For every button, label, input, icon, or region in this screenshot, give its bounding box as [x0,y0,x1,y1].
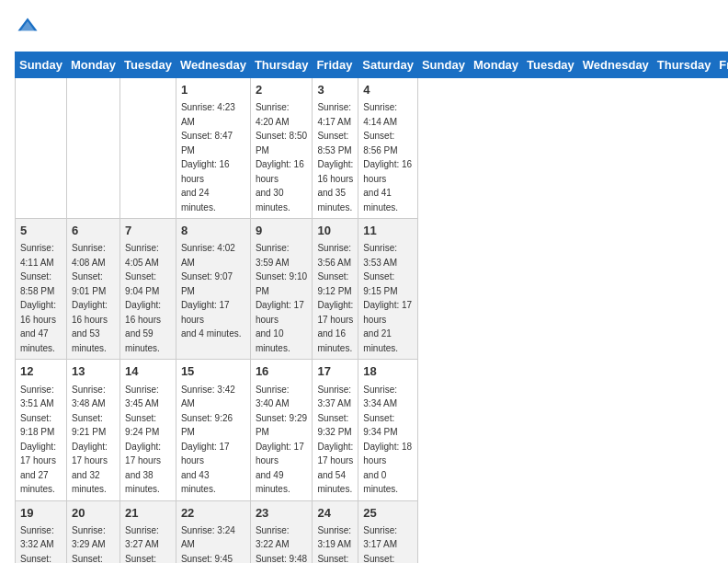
calendar-cell: 15Sunrise: 3:42 AM Sunset: 9:26 PM Dayli… [176,360,250,500]
day-info: Sunrise: 3:56 AM Sunset: 9:12 PM Dayligh… [317,243,353,353]
day-number: 9 [256,223,308,239]
day-info: Sunrise: 3:51 AM Sunset: 9:18 PM Dayligh… [20,385,56,495]
day-of-week-header: Tuesday [523,52,579,78]
day-info: Sunrise: 3:45 AM Sunset: 9:24 PM Dayligh… [125,385,161,495]
day-number: 22 [181,505,245,522]
day-of-week-header: Monday [469,52,522,78]
day-number: 19 [20,505,62,522]
calendar-cell: 8Sunrise: 4:02 AM Sunset: 9:07 PM Daylig… [176,219,250,360]
calendar-week-row: 19Sunrise: 3:32 AM Sunset: 9:37 PM Dayli… [16,500,729,563]
calendar-week-row: 1Sunrise: 4:23 AM Sunset: 8:47 PM Daylig… [16,78,729,219]
day-number: 18 [363,363,413,380]
calendar-cell: 1Sunrise: 4:23 AM Sunset: 8:47 PM Daylig… [176,78,250,219]
day-number: 15 [181,363,245,380]
day-info: Sunrise: 4:14 AM Sunset: 8:56 PM Dayligh… [363,102,412,213]
day-of-week-header: Thursday [250,52,313,78]
day-of-week-header: Friday [313,52,358,78]
day-info: Sunrise: 4:05 AM Sunset: 9:04 PM Dayligh… [125,243,161,353]
calendar-cell: 20Sunrise: 3:29 AM Sunset: 9:40 PM Dayli… [66,500,119,563]
day-of-week-header: Saturday [358,52,418,78]
logo-icon [15,15,40,40]
day-info: Sunrise: 3:34 AM Sunset: 9:34 PM Dayligh… [363,385,412,495]
calendar-cell: 12Sunrise: 3:51 AM Sunset: 9:18 PM Dayli… [16,360,67,500]
day-number: 21 [125,505,171,522]
calendar-cell: 10Sunrise: 3:56 AM Sunset: 9:12 PM Dayli… [313,219,358,360]
day-number: 25 [363,505,413,522]
day-number: 2 [256,82,308,98]
day-number: 1 [181,82,245,98]
calendar-cell: 9Sunrise: 3:59 AM Sunset: 9:10 PM Daylig… [250,219,313,360]
day-info: Sunrise: 4:17 AM Sunset: 8:53 PM Dayligh… [317,102,353,213]
day-info: Sunrise: 3:40 AM Sunset: 9:29 PM Dayligh… [256,385,307,495]
day-number: 4 [363,82,413,98]
calendar-cell: 5Sunrise: 4:11 AM Sunset: 8:58 PM Daylig… [16,219,67,360]
day-number: 14 [125,363,171,380]
calendar-cell: 19Sunrise: 3:32 AM Sunset: 9:37 PM Dayli… [16,500,67,563]
calendar-cell: 25Sunrise: 3:17 AM Sunset: 9:53 PM Dayli… [358,500,418,563]
day-of-week-header: Wednesday [578,52,653,78]
day-number: 11 [363,223,413,239]
calendar-cell: 17Sunrise: 3:37 AM Sunset: 9:32 PM Dayli… [313,360,358,500]
day-number: 7 [125,223,171,239]
calendar-week-row: 12Sunrise: 3:51 AM Sunset: 9:18 PM Dayli… [16,360,729,500]
day-number: 23 [256,505,308,522]
day-info: Sunrise: 3:37 AM Sunset: 9:32 PM Dayligh… [317,385,353,495]
calendar-cell: 7Sunrise: 4:05 AM Sunset: 9:04 PM Daylig… [120,219,176,360]
calendar-cell: 14Sunrise: 3:45 AM Sunset: 9:24 PM Dayli… [120,360,176,500]
day-info: Sunrise: 4:08 AM Sunset: 9:01 PM Dayligh… [72,243,108,353]
calendar-cell: 6Sunrise: 4:08 AM Sunset: 9:01 PM Daylig… [66,219,119,360]
calendar-cell: 18Sunrise: 3:34 AM Sunset: 9:34 PM Dayli… [358,360,418,500]
calendar-table: SundayMondayTuesdayWednesdayThursdayFrid… [15,52,728,563]
calendar-cell [66,78,119,219]
calendar-cell: 3Sunrise: 4:17 AM Sunset: 8:53 PM Daylig… [313,78,358,219]
logo [15,15,44,40]
day-info: Sunrise: 3:17 AM Sunset: 9:53 PM Dayligh… [363,525,412,563]
day-number: 24 [317,505,353,522]
calendar-cell: 4Sunrise: 4:14 AM Sunset: 8:56 PM Daylig… [358,78,418,219]
calendar-cell: 23Sunrise: 3:22 AM Sunset: 9:48 PM Dayli… [250,500,313,563]
day-number: 3 [317,82,353,98]
day-info: Sunrise: 3:42 AM Sunset: 9:26 PM Dayligh… [181,385,235,495]
day-of-week-header: Thursday [653,52,715,78]
day-info: Sunrise: 4:23 AM Sunset: 8:47 PM Dayligh… [181,102,235,213]
day-info: Sunrise: 3:59 AM Sunset: 9:10 PM Dayligh… [256,243,307,353]
day-info: Sunrise: 3:29 AM Sunset: 9:40 PM Dayligh… [72,525,108,563]
day-info: Sunrise: 3:53 AM Sunset: 9:15 PM Dayligh… [363,243,412,353]
day-info: Sunrise: 3:48 AM Sunset: 9:21 PM Dayligh… [72,385,108,495]
day-info: Sunrise: 3:27 AM Sunset: 9:42 PM Dayligh… [125,525,161,563]
day-info: Sunrise: 4:20 AM Sunset: 8:50 PM Dayligh… [256,102,307,213]
calendar-cell [16,78,67,219]
calendar-week-row: 5Sunrise: 4:11 AM Sunset: 8:58 PM Daylig… [16,219,729,360]
calendar-cell: 24Sunrise: 3:19 AM Sunset: 9:50 PM Dayli… [313,500,358,563]
calendar-cell: 22Sunrise: 3:24 AM Sunset: 9:45 PM Dayli… [176,500,250,563]
day-number: 10 [317,223,353,239]
day-of-week-header: Sunday [417,52,469,78]
day-info: Sunrise: 4:02 AM Sunset: 9:07 PM Dayligh… [181,243,242,339]
calendar-cell: 2Sunrise: 4:20 AM Sunset: 8:50 PM Daylig… [250,78,313,219]
day-of-week-header: Tuesday [120,52,176,78]
calendar-cell: 11Sunrise: 3:53 AM Sunset: 9:15 PM Dayli… [358,219,418,360]
day-info: Sunrise: 3:19 AM Sunset: 9:50 PM Dayligh… [317,525,353,563]
day-info: Sunrise: 3:22 AM Sunset: 9:48 PM Dayligh… [256,525,307,563]
calendar-cell [120,78,176,219]
day-number: 6 [72,223,115,239]
day-number: 12 [20,363,62,380]
page-header [15,15,713,40]
day-number: 16 [256,363,308,380]
calendar-cell: 13Sunrise: 3:48 AM Sunset: 9:21 PM Dayli… [66,360,119,500]
calendar-cell: 21Sunrise: 3:27 AM Sunset: 9:42 PM Dayli… [120,500,176,563]
day-number: 5 [20,223,62,239]
day-number: 17 [317,363,353,380]
calendar-header-row: SundayMondayTuesdayWednesdayThursdayFrid… [16,52,729,78]
day-of-week-header: Sunday [16,52,67,78]
day-of-week-header: Friday [715,52,728,78]
day-number: 20 [72,505,115,522]
day-of-week-header: Monday [66,52,119,78]
day-number: 8 [181,223,245,239]
day-of-week-header: Wednesday [176,52,250,78]
day-number: 13 [72,363,115,380]
day-info: Sunrise: 3:32 AM Sunset: 9:37 PM Dayligh… [20,525,56,563]
day-info: Sunrise: 3:24 AM Sunset: 9:45 PM Dayligh… [181,525,235,563]
day-info: Sunrise: 4:11 AM Sunset: 8:58 PM Dayligh… [20,243,56,353]
calendar-cell: 16Sunrise: 3:40 AM Sunset: 9:29 PM Dayli… [250,360,313,500]
